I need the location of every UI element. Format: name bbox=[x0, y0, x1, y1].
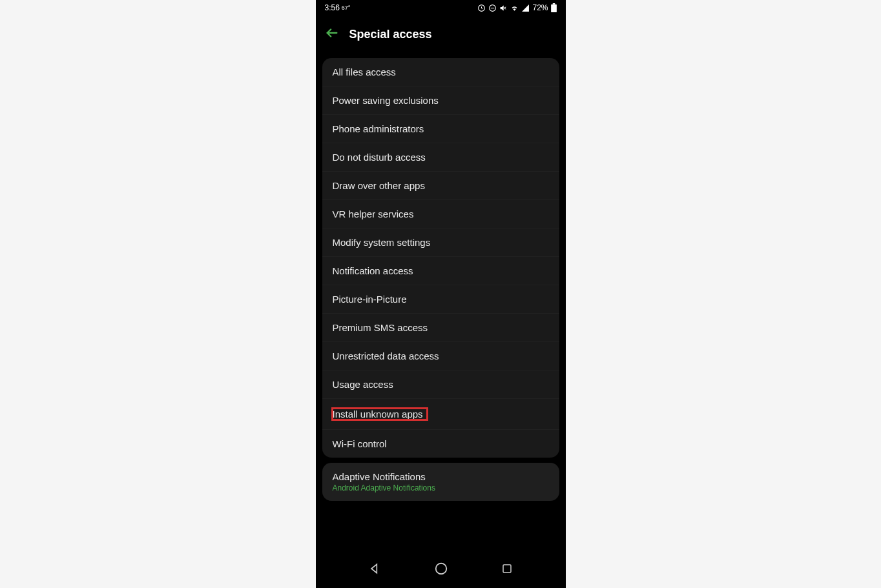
setting-label: Wi-Fi control bbox=[333, 438, 387, 449]
settings-panel: All files access Power saving exclusions… bbox=[322, 58, 559, 458]
svg-marker-6 bbox=[371, 564, 377, 573]
signal-icon bbox=[521, 4, 530, 12]
setting-notification-access[interactable]: Notification access bbox=[322, 257, 559, 285]
svg-rect-3 bbox=[551, 5, 557, 12]
phone-screen: 3:56 67° 72% bbox=[316, 0, 566, 588]
back-arrow-icon[interactable] bbox=[325, 26, 339, 43]
mute-icon bbox=[499, 4, 508, 12]
setting-label: Phone administrators bbox=[333, 123, 424, 134]
setting-label: Modify system settings bbox=[333, 237, 431, 248]
setting-draw-over-other-apps[interactable]: Draw over other apps bbox=[322, 172, 559, 200]
setting-power-saving-exclusions[interactable]: Power saving exclusions bbox=[322, 86, 559, 115]
nav-recent-button[interactable] bbox=[501, 563, 513, 574]
svg-rect-8 bbox=[503, 565, 511, 573]
setting-vr-helper-services[interactable]: VR helper services bbox=[322, 200, 559, 228]
setting-label: VR helper services bbox=[333, 208, 414, 219]
setting-label: Usage access bbox=[333, 379, 393, 390]
setting-phone-administrators[interactable]: Phone administrators bbox=[322, 115, 559, 143]
wifi-icon bbox=[510, 4, 519, 12]
navigation-bar bbox=[316, 549, 566, 588]
nav-home-button[interactable] bbox=[434, 562, 448, 576]
setting-label: Power saving exclusions bbox=[333, 95, 439, 106]
sync-icon bbox=[477, 4, 486, 12]
status-time: 3:56 bbox=[325, 3, 340, 12]
setting-label: Draw over other apps bbox=[333, 180, 425, 191]
status-bar-right: 72% bbox=[477, 3, 556, 12]
status-battery-text: 72% bbox=[532, 3, 548, 12]
adaptive-notifications-panel[interactable]: Adaptive Notifications Android Adaptive … bbox=[322, 463, 559, 501]
setting-label: Picture-in-Picture bbox=[333, 294, 407, 305]
setting-label: Premium SMS access bbox=[333, 322, 428, 333]
setting-label-highlighted: Install unknown apps bbox=[331, 407, 428, 421]
status-bar: 3:56 67° 72% bbox=[316, 0, 566, 15]
page-title: Special access bbox=[349, 28, 432, 41]
setting-usage-access[interactable]: Usage access bbox=[322, 370, 559, 399]
page-header: Special access bbox=[316, 15, 566, 53]
setting-wifi-control[interactable]: Wi-Fi control bbox=[322, 430, 559, 458]
status-temp: 67° bbox=[342, 5, 351, 11]
dnd-icon bbox=[488, 4, 497, 12]
setting-label: All files access bbox=[333, 66, 396, 77]
setting-label: Notification access bbox=[333, 265, 413, 276]
setting-picture-in-picture[interactable]: Picture-in-Picture bbox=[322, 285, 559, 314]
svg-rect-4 bbox=[552, 3, 555, 5]
svg-point-7 bbox=[436, 563, 447, 574]
battery-icon bbox=[551, 3, 557, 12]
adaptive-title: Adaptive Notifications bbox=[333, 471, 549, 482]
setting-install-unknown-apps[interactable]: Install unknown apps bbox=[322, 399, 559, 430]
setting-label: Do not disturb access bbox=[333, 152, 426, 163]
setting-premium-sms-access[interactable]: Premium SMS access bbox=[322, 314, 559, 342]
setting-label: Unrestricted data access bbox=[333, 350, 439, 361]
setting-modify-system-settings[interactable]: Modify system settings bbox=[322, 228, 559, 257]
setting-do-not-disturb-access[interactable]: Do not disturb access bbox=[322, 143, 559, 172]
setting-unrestricted-data-access[interactable]: Unrestricted data access bbox=[322, 342, 559, 370]
adaptive-subtitle: Android Adaptive Notifications bbox=[333, 483, 549, 492]
nav-back-button[interactable] bbox=[368, 562, 381, 575]
status-bar-left: 3:56 67° bbox=[325, 3, 351, 12]
setting-all-files-access[interactable]: All files access bbox=[322, 58, 559, 86]
